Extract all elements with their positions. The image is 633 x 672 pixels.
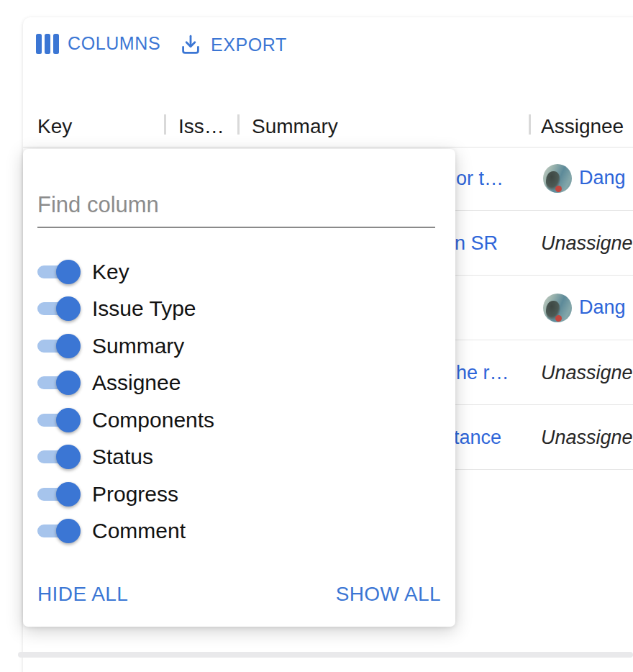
summary-link[interactable]: or t… (456, 167, 504, 189)
find-column-input[interactable] (37, 183, 435, 228)
toggle-label: Summary (92, 334, 184, 358)
assignee-unassigned: Unassigned (541, 361, 633, 383)
toggle-label: Issue Type (92, 296, 196, 321)
summary-link[interactable]: tance (454, 426, 501, 448)
assignee-link[interactable]: Dang (579, 296, 626, 319)
toggle-row-components[interactable]: Components (37, 401, 441, 439)
column-header-issue-type[interactable]: Iss… (178, 115, 224, 138)
toggle-row-assignee[interactable]: Assignee (37, 365, 441, 402)
column-divider[interactable] (164, 114, 166, 135)
toggle-switch-on[interactable] (37, 445, 81, 469)
toggle-row-key[interactable]: Key (37, 253, 441, 291)
assignee-unassigned: Unassigned (541, 232, 633, 254)
columns-button[interactable]: COLUMNS (36, 33, 160, 54)
column-divider[interactable] (529, 114, 531, 135)
toggle-switch-on[interactable] (37, 519, 81, 543)
column-header-assignee[interactable]: Assignee (541, 115, 624, 138)
toggle-row-progress[interactable]: Progress (37, 476, 441, 513)
assignee-avatar[interactable] (543, 294, 572, 322)
download-icon (179, 33, 202, 56)
summary-link[interactable]: n SR (455, 232, 498, 254)
toggle-switch-on[interactable] (37, 334, 81, 358)
export-button[interactable]: EXPORT (179, 33, 287, 56)
toggle-switch-on[interactable] (37, 296, 81, 321)
horizontal-scrollbar[interactable] (18, 652, 633, 658)
column-divider[interactable] (237, 114, 240, 135)
toggle-switch-on[interactable] (37, 260, 81, 284)
toggle-label: Assignee (92, 371, 181, 395)
toggle-label: Status (92, 445, 153, 469)
toggle-row-status[interactable]: Status (37, 439, 441, 476)
export-button-label: EXPORT (211, 35, 287, 55)
assignee-link[interactable]: Dang (579, 167, 626, 189)
toggle-label: Key (92, 260, 129, 284)
toggle-label: Components (92, 408, 214, 432)
toggle-row-comment[interactable]: Comment (37, 513, 441, 550)
toggle-switch-on[interactable] (37, 408, 81, 432)
summary-link[interactable]: he r… (456, 361, 509, 383)
issue-table-screen: COLUMNS EXPORT Key Iss… Summary Assignee… (0, 0, 633, 672)
toggle-label: Comment (92, 519, 186, 543)
column-header-summary[interactable]: Summary (252, 115, 338, 138)
popover-actions: HIDE ALL SHOW ALL (37, 583, 441, 606)
assignee-unassigned: Unassigned (541, 426, 633, 448)
assignee-cell: Dang (541, 164, 626, 193)
toggle-row-summary[interactable]: Summary (37, 327, 441, 365)
columns-icon (36, 34, 59, 54)
toggle-label: Progress (92, 482, 178, 507)
show-all-button[interactable]: SHOW ALL (336, 583, 441, 606)
column-toggle-list: Key Issue Type Summary Assignee Componen… (37, 253, 441, 550)
hide-all-button[interactable]: HIDE ALL (37, 583, 128, 606)
columns-popover: Key Issue Type Summary Assignee Componen… (23, 149, 455, 627)
toggle-switch-on[interactable] (37, 371, 81, 395)
toggle-switch-on[interactable] (37, 482, 81, 507)
column-header-key[interactable]: Key (37, 115, 72, 138)
columns-button-label: COLUMNS (68, 33, 160, 54)
toggle-row-issue-type[interactable]: Issue Type (37, 291, 441, 328)
assignee-avatar[interactable] (543, 164, 572, 193)
assignee-cell: Dang (541, 294, 626, 322)
